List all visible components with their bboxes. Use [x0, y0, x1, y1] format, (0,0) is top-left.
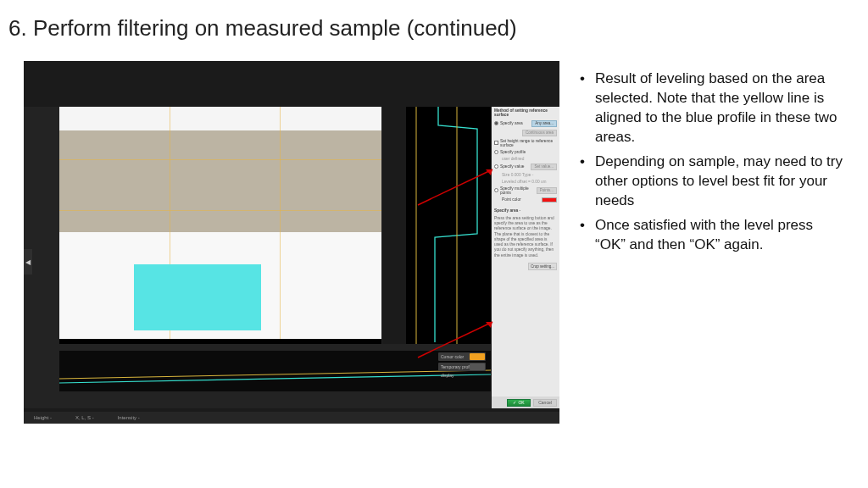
checkbox-icon	[494, 141, 498, 145]
viewport-gutter	[382, 107, 406, 344]
specify-area-description: Press the area setting button and specif…	[492, 214, 559, 260]
radio-icon	[494, 150, 498, 154]
option-specify-profile[interactable]: Specify profile	[492, 148, 559, 155]
slide-title: 6. Perform filtering on measured sample …	[8, 15, 517, 42]
option-label: Specify value	[500, 164, 525, 169]
option-specify-area[interactable]: Specify area Any area...	[492, 119, 559, 128]
svg-line-1	[59, 374, 491, 383]
radio-icon	[494, 121, 498, 125]
value-detail: Size 0.000 Type -	[492, 171, 559, 178]
sample-region-top	[59, 107, 381, 130]
radio-icon	[494, 188, 498, 192]
check-icon: ✓	[513, 400, 516, 405]
vertical-profile-plot	[406, 107, 491, 344]
cursor-color-chip[interactable]: Cursor color	[438, 352, 486, 361]
app-screenshot: ◀	[24, 61, 559, 424]
option-label: Specify area	[500, 121, 523, 125]
set-value-button[interactable]: Set value...	[531, 164, 557, 170]
profile-subtext: user defined	[492, 155, 559, 162]
point-color-label: Point color	[494, 197, 521, 202]
sample-region-middle	[59, 130, 381, 232]
cursor-color-label: Cursor color	[441, 354, 464, 359]
flyout-expand-button[interactable]: ◀	[24, 249, 32, 274]
option-label: Specify profile	[500, 150, 526, 154]
checkbox-label: Set height range to reference surface	[500, 139, 557, 147]
continuous-area-button[interactable]: Continuous area	[522, 130, 557, 136]
cancel-button[interactable]: Cancel	[533, 399, 557, 407]
app-workspace: ◀	[24, 107, 559, 408]
grid-line-h	[59, 210, 381, 211]
temp-profile-swatch	[470, 363, 485, 370]
grid-line-h	[59, 159, 381, 160]
crop-setting-button[interactable]: Crop setting...	[528, 263, 557, 270]
radio-icon	[494, 164, 498, 169]
any-area-button[interactable]: Any area...	[531, 120, 557, 127]
reference-surface-panel: Method of setting reference surface Spec…	[492, 107, 559, 408]
panel-footer: ✓ OK Cancel	[492, 396, 559, 408]
status-bar: Height - X, L, S - Intensity -	[24, 412, 559, 424]
option-label: Specify multiple points	[500, 186, 535, 195]
note-item: Result of leveling based on the area sel…	[576, 69, 844, 147]
point-color-swatch[interactable]	[542, 197, 557, 202]
selected-reference-area[interactable]	[134, 264, 261, 330]
cursor-color-swatch	[470, 353, 485, 360]
option-multiple-points[interactable]: Specify multiple points Points...	[492, 185, 559, 196]
value-detail2: Leveled offset = 0.00 um	[492, 178, 559, 185]
ok-button[interactable]: ✓ OK	[507, 399, 531, 407]
grid-line-v	[280, 107, 281, 339]
option-specify-value[interactable]: Specify value Set value...	[492, 162, 559, 171]
sample-image-viewport[interactable]	[59, 107, 381, 344]
temp-profile-chip[interactable]: Temporary profile display	[438, 363, 486, 371]
point-color-row[interactable]: Point color	[492, 196, 559, 203]
specify-area-subheader: Specify area -	[492, 207, 559, 214]
points-button[interactable]: Points...	[537, 187, 557, 194]
note-item: Once satisfied with the level press “OK”…	[576, 216, 844, 255]
slide-notes: Result of leveling based on the area sel…	[576, 69, 844, 259]
status-intensity: Intensity -	[118, 415, 140, 420]
checkbox-height-range[interactable]: Set height range to reference surface	[492, 137, 559, 148]
horizontal-profile-plot	[59, 351, 491, 391]
panel-header: Method of setting reference surface	[492, 107, 559, 119]
note-item: Depending on sample, may need to try oth…	[576, 152, 844, 211]
status-height: Height -	[34, 415, 52, 420]
status-xls: X, L, S -	[75, 415, 94, 420]
svg-line-0	[59, 370, 491, 379]
ok-label: OK	[518, 400, 524, 405]
